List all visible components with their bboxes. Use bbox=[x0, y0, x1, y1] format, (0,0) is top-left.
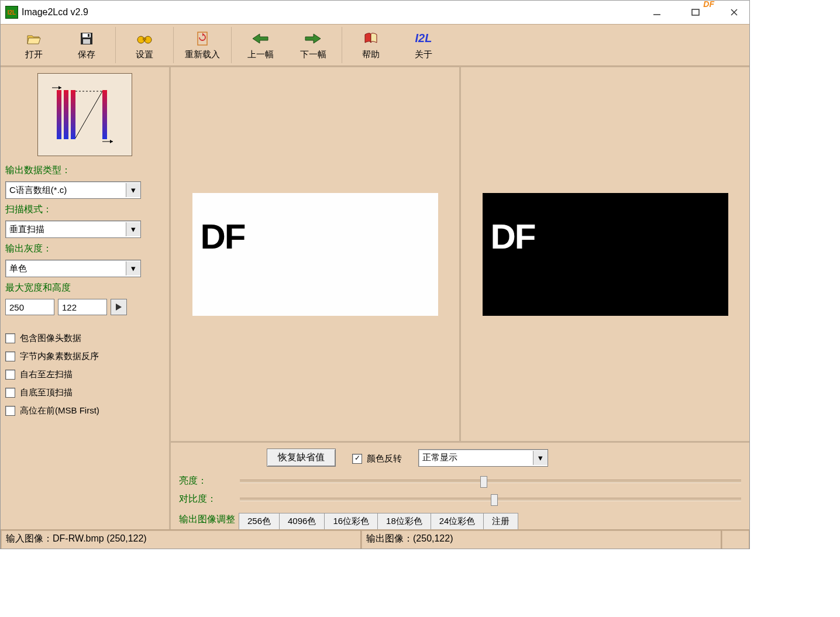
settings-button[interactable]: 设置 bbox=[118, 27, 171, 63]
checkbox-icon bbox=[5, 351, 15, 361]
status-input: 输入图像：DF-RW.bmp (250,122) bbox=[1, 530, 361, 549]
folder-open-icon bbox=[26, 30, 42, 47]
about-button[interactable]: I2L 关于 bbox=[397, 27, 450, 63]
prev-button[interactable]: 上一幅 bbox=[234, 27, 287, 63]
app-icon: I2L bbox=[5, 6, 18, 19]
output-type-select[interactable]: C语言数组(*.c) ▾ bbox=[5, 181, 141, 199]
display-mode-select[interactable]: 正常显示 ▾ bbox=[418, 449, 548, 467]
apply-size-button[interactable] bbox=[111, 299, 127, 315]
tab-1[interactable]: 4096色 bbox=[279, 513, 325, 529]
chk-btt-row[interactable]: 自底至顶扫描 bbox=[5, 387, 164, 398]
brightness-label: 亮度： bbox=[179, 475, 232, 487]
input-preview: DF bbox=[171, 67, 461, 441]
chevron-down-icon: ▾ bbox=[533, 451, 548, 465]
svg-rect-1 bbox=[692, 9, 699, 15]
svg-rect-15 bbox=[71, 90, 75, 139]
next-button[interactable]: 下一幅 bbox=[287, 27, 339, 63]
checkbox-icon bbox=[5, 370, 15, 380]
restore-default-button[interactable]: 恢复缺省值 bbox=[267, 449, 336, 467]
height-input[interactable] bbox=[58, 299, 107, 315]
arrow-left-icon bbox=[252, 30, 269, 47]
status-grip bbox=[721, 530, 749, 549]
chk-reverse-row[interactable]: 字节内象素数据反序 bbox=[5, 351, 164, 362]
scan-mode-label: 扫描模式： bbox=[5, 204, 164, 216]
chk-rtl-row[interactable]: 自右至左扫描 bbox=[5, 369, 164, 380]
slider-thumb[interactable] bbox=[491, 494, 498, 506]
minimize-button[interactable] bbox=[646, 4, 667, 20]
tabs-lead-label: 输出图像调整 bbox=[179, 511, 239, 529]
help-button[interactable]: 帮助 bbox=[345, 27, 397, 63]
save-button[interactable]: 保存 bbox=[60, 27, 113, 63]
floppy-icon bbox=[80, 30, 94, 47]
contrast-label: 对比度： bbox=[179, 493, 232, 505]
book-icon bbox=[363, 30, 378, 47]
output-controls: 恢复缺省值 颜色反转 正常显示 ▾ 亮度： 对比度： 输出图像调整 bbox=[171, 441, 749, 529]
statusbar: 输入图像：DF-RW.bmp (250,122) 输出图像：(250,122) bbox=[1, 529, 749, 549]
checkbox-icon bbox=[5, 406, 15, 416]
tab-4[interactable]: 24位彩色 bbox=[431, 513, 484, 529]
window-title: Image2Lcd v2.9 bbox=[22, 7, 88, 18]
arrow-right-icon bbox=[304, 30, 322, 47]
width-input[interactable] bbox=[5, 299, 54, 315]
svg-rect-10 bbox=[143, 37, 146, 40]
chevron-down-icon: ▾ bbox=[126, 183, 140, 197]
maxwh-label: 最大宽度和高度 bbox=[5, 282, 164, 294]
svg-line-17 bbox=[75, 91, 102, 138]
chk-header-row[interactable]: 包含图像头数据 bbox=[5, 333, 164, 344]
svg-rect-18 bbox=[102, 90, 107, 139]
reload-icon bbox=[196, 30, 209, 47]
status-output: 输出图像：(250,122) bbox=[361, 530, 721, 549]
open-button[interactable]: 打开 bbox=[8, 27, 60, 63]
toolbar: 打开 保存 设置 重新载入 上一幅 bbox=[1, 24, 749, 66]
output-preview: DF bbox=[461, 67, 749, 441]
tab-0[interactable]: 256色 bbox=[239, 513, 280, 529]
checkbox-icon bbox=[5, 388, 15, 398]
binoculars-icon bbox=[136, 30, 153, 47]
slider-thumb[interactable] bbox=[480, 476, 487, 488]
df-watermark: DF bbox=[703, 0, 714, 9]
chevron-down-icon: ▾ bbox=[126, 222, 140, 236]
svg-rect-6 bbox=[83, 39, 90, 44]
titlebar: I2L Image2Lcd v2.9 bbox=[1, 1, 749, 24]
scan-mode-select[interactable]: 垂直扫描 ▾ bbox=[5, 220, 141, 238]
tab-2[interactable]: 16位彩色 bbox=[324, 513, 378, 529]
sidebar: 输出数据类型： C语言数组(*.c) ▾ 扫描模式： 垂直扫描 ▾ 输出灰度： … bbox=[1, 66, 171, 529]
invert-color-checkbox[interactable]: 颜色反转 bbox=[352, 453, 402, 464]
tab-3[interactable]: 18位彩色 bbox=[377, 513, 431, 529]
chevron-down-icon: ▾ bbox=[126, 261, 140, 275]
svg-rect-7 bbox=[88, 34, 89, 37]
close-button[interactable] bbox=[724, 4, 745, 20]
scan-diagram bbox=[37, 73, 132, 156]
i2l-logo-icon: I2L bbox=[415, 30, 432, 47]
contrast-slider[interactable] bbox=[240, 498, 741, 501]
gray-select[interactable]: 单色 ▾ bbox=[5, 260, 141, 277]
tab-5[interactable]: 注册 bbox=[483, 513, 518, 529]
brightness-slider[interactable] bbox=[240, 480, 741, 483]
checkbox-checked-icon bbox=[352, 454, 362, 464]
chk-msb-row[interactable]: 高位在前(MSB First) bbox=[5, 405, 164, 416]
output-type-label: 输出数据类型： bbox=[5, 164, 164, 177]
checkbox-icon bbox=[5, 333, 15, 343]
reload-button[interactable]: 重新载入 bbox=[176, 27, 229, 63]
svg-rect-14 bbox=[64, 90, 68, 139]
svg-rect-13 bbox=[57, 90, 61, 139]
gray-label: 输出灰度： bbox=[5, 243, 164, 255]
